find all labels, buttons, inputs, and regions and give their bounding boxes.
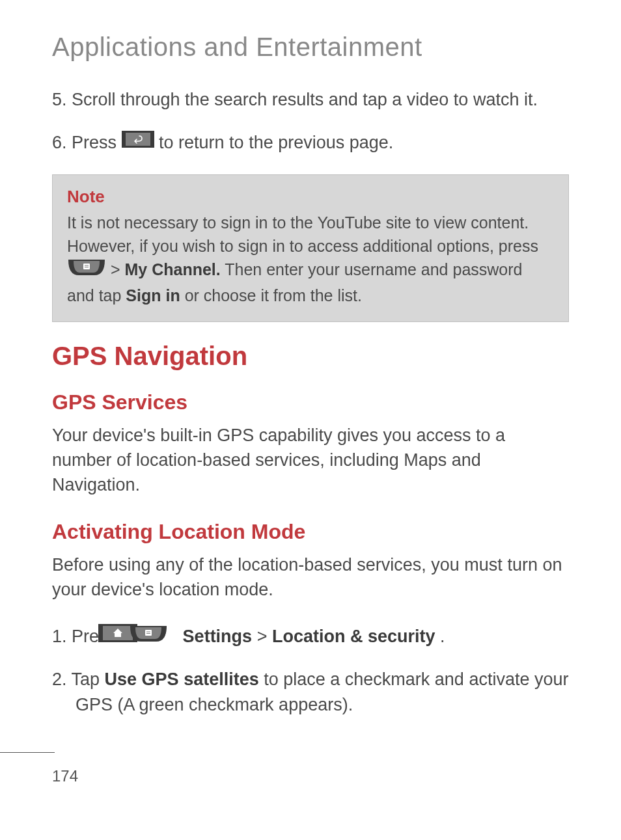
menu-key-icon-2 xyxy=(152,623,168,650)
heading-activating-location: Activating Location Mode xyxy=(52,520,569,544)
step-5: 5. Scroll through the search results and… xyxy=(52,88,569,113)
step-6-text-b: to return to the previous page. xyxy=(159,133,393,152)
page-number: 174 xyxy=(52,767,78,785)
page-title: Applications and Entertainment xyxy=(52,33,569,62)
note-box: Note It is not necessary to sign in to t… xyxy=(52,174,569,323)
gps-services-paragraph: Your device's built-in GPS capability gi… xyxy=(52,424,569,497)
activating-step-1: 1. Press > > Settings > Location & secur… xyxy=(52,624,569,651)
document-page: Applications and Entertainment 5. Scroll… xyxy=(0,0,621,840)
step1-gt3: > xyxy=(257,627,272,646)
note-line1: It is not necessary to sign in to the Yo… xyxy=(67,213,538,255)
activating-step-2: 2. Tap Use GPS satellites to place a che… xyxy=(52,667,569,718)
back-key-icon xyxy=(122,130,154,155)
note-title: Note xyxy=(67,187,554,207)
svg-rect-2 xyxy=(83,264,90,269)
step2-use-gps: Use GPS satellites xyxy=(105,670,259,689)
heading-gps-navigation: GPS Navigation xyxy=(52,342,569,371)
note-body: It is not necessary to sign in to the Yo… xyxy=(67,211,554,308)
step1-location-security: Location & security xyxy=(272,627,435,646)
note-gt: > xyxy=(111,260,120,278)
note-my-channel: My Channel. xyxy=(125,260,221,278)
footer-rule xyxy=(0,752,55,753)
svg-rect-7 xyxy=(145,630,152,636)
step1-settings: Settings xyxy=(183,627,253,646)
step1-gt2: > xyxy=(172,624,178,649)
step-6: 6. Press to return to the previous page. xyxy=(52,131,569,156)
step2-a: 2. Tap xyxy=(52,670,105,689)
menu-key-icon xyxy=(67,257,106,282)
activating-paragraph: Before using any of the location-based s… xyxy=(52,553,569,603)
note-sign-in: Sign in xyxy=(126,286,180,305)
svg-rect-1 xyxy=(126,133,150,146)
heading-gps-services: GPS Services xyxy=(52,390,569,414)
step-6-text-a: 6. Press xyxy=(52,133,122,152)
step1-end: . xyxy=(440,627,445,646)
note-line2-end: or choose it from the list. xyxy=(185,286,362,305)
